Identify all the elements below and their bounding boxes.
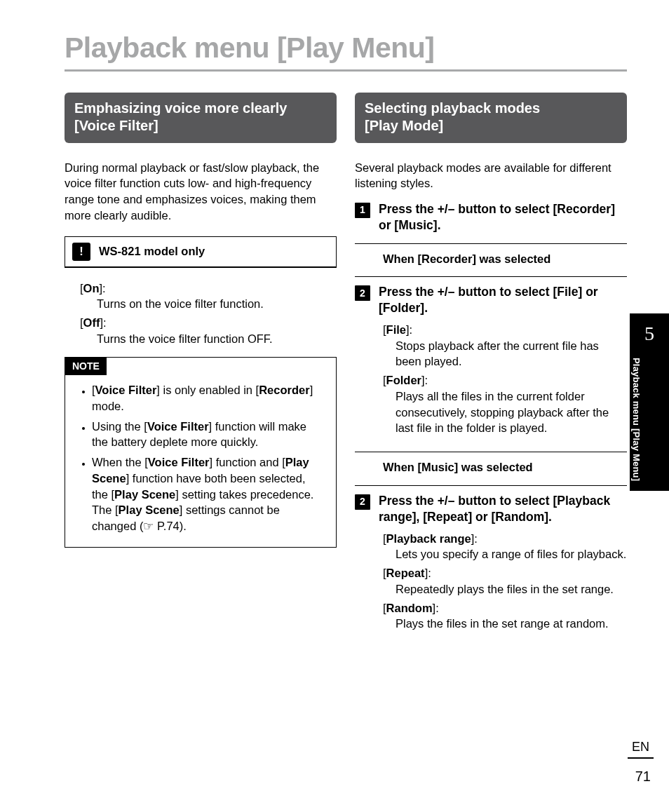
right-column: Selecting playback modes [Play Mode] Sev…	[355, 93, 627, 635]
content-columns: Emphasizing voice more clearly [Voice Fi…	[65, 93, 627, 635]
step-number-badge: 2	[355, 285, 370, 301]
chapter-number: 5	[630, 320, 669, 348]
subheading-recorder: When [Recorder] was selected	[355, 251, 627, 267]
option-item: [Random]: Plays the files in the set ran…	[383, 600, 627, 632]
step-2-recorder: 2 Press the +/– button to select [File] …	[355, 284, 627, 316]
option-desc: Repeatedly plays the files in the set ra…	[383, 581, 627, 597]
step-number-badge: 1	[355, 203, 370, 218]
divider	[355, 276, 627, 277]
option-item: [Off]: Turns the voice filter function O…	[80, 315, 337, 347]
callout-title: WS-821 model only	[99, 243, 205, 259]
callout-header: ! WS-821 model only	[65, 237, 336, 267]
option-label: [Off]:	[80, 316, 107, 329]
option-desc: Plays the files in the set range at rand…	[383, 616, 627, 632]
chapter-tab: 5 Playback menu [Play Menu]	[630, 313, 669, 491]
option-label: [On]:	[80, 282, 106, 295]
section-heading-play-mode: Selecting playback modes [Play Mode]	[355, 93, 627, 143]
subheading-music: When [Music] was selected	[355, 459, 627, 475]
side-tab: 5 Playback menu [Play Menu]	[630, 313, 669, 491]
left-column: Emphasizing voice more clearly [Voice Fi…	[65, 93, 337, 635]
section-line: Emphasizing voice more clearly	[74, 100, 327, 117]
step-1: 1 Press the +/– button to select [Record…	[355, 201, 627, 234]
option-desc: Lets you specify a range of files for pl…	[383, 546, 627, 562]
step-2-music: 2 Press the +/– button to select [Playba…	[355, 493, 627, 525]
option-item: [File]: Stops playback after the current…	[383, 322, 627, 370]
note-item: [Voice Filter] is only enabled in [Recor…	[92, 382, 325, 414]
step-text: Press the +/– button to select [File] or…	[379, 284, 627, 316]
section-line: [Play Mode]	[365, 117, 617, 135]
alert-icon: !	[72, 243, 90, 261]
page-number: 71	[635, 767, 651, 787]
intro-paragraph: Several playback modes are available for…	[355, 160, 627, 192]
music-options: [Playback range]: Lets you specify a ran…	[355, 531, 627, 632]
option-item: [On]: Turns on the voice filter function…	[80, 280, 337, 313]
option-desc: Turns on the voice filter function.	[80, 296, 337, 312]
section-heading-voice-filter: Emphasizing voice more clearly [Voice Fi…	[65, 93, 337, 143]
option-desc: Turns the voice filter function OFF.	[80, 331, 337, 347]
note-body: [Voice Filter] is only enabled in [Recor…	[65, 375, 336, 547]
note-heading: NOTE	[65, 358, 107, 375]
note-item: When the [Voice Filter] function and [Pl…	[92, 454, 325, 534]
option-item: [Playback range]: Lets you specify a ran…	[383, 531, 627, 563]
section-line: [Voice Filter]	[74, 117, 327, 135]
divider	[355, 485, 627, 486]
recorder-options: [File]: Stops playback after the current…	[355, 322, 627, 436]
page-title: Playback menu [Play Menu]	[65, 28, 627, 72]
model-callout: ! WS-821 model only	[65, 236, 337, 268]
note-item: Using the [Voice Filter] function will m…	[92, 419, 325, 451]
section-line: Selecting playback modes	[365, 100, 617, 117]
option-item: [Folder]: Plays all the files in the cur…	[383, 372, 627, 436]
step-text: Press the +/– button to select [Recorder…	[379, 201, 627, 234]
option-item: [Repeat]: Repeatedly plays the files in …	[383, 565, 627, 597]
option-desc: Stops playback after the current file ha…	[383, 338, 627, 370]
divider	[355, 243, 627, 244]
note-box: NOTE [Voice Filter] is only enabled in […	[65, 357, 337, 548]
step-text: Press the +/– button to select [Playback…	[379, 493, 627, 525]
chapter-label: Playback menu [Play Menu]	[630, 358, 642, 481]
option-list: [On]: Turns on the voice filter function…	[65, 280, 337, 347]
divider	[355, 452, 627, 452]
intro-paragraph: During normal playback or fast/slow play…	[65, 160, 337, 224]
step-number-badge: 2	[355, 494, 370, 510]
language-indicator: EN	[628, 738, 654, 759]
option-desc: Plays all the files in the current folde…	[383, 388, 627, 436]
